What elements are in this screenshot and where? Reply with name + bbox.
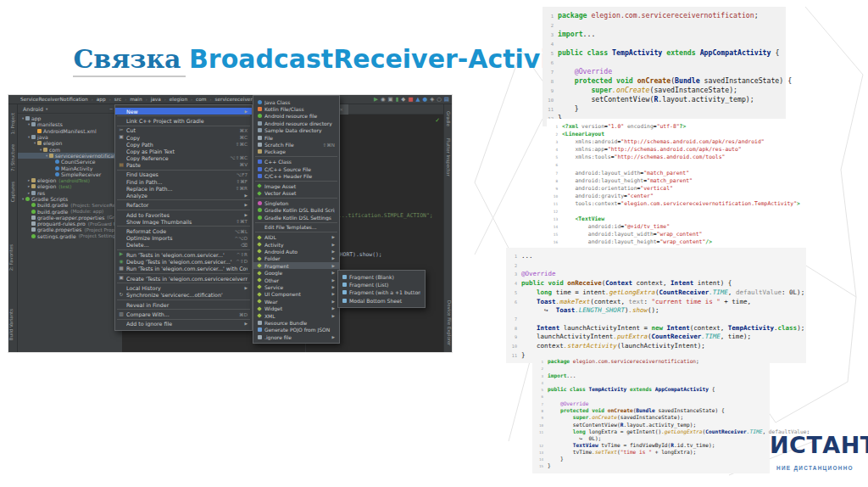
- menu-item[interactable]: ◉Debug 'Tests in 'elegion.com.servicer..…: [115, 258, 252, 265]
- menu-item[interactable]: Singleton: [253, 199, 339, 206]
- build-icon[interactable]: ▣: [388, 97, 393, 103]
- menu-item[interactable]: Fragment (List): [338, 281, 425, 288]
- tree-item[interactable]: ▸elegion(test): [18, 183, 122, 189]
- menu-item[interactable]: ▤Paste⌘V: [115, 161, 252, 168]
- menu-item[interactable]: AIDL▶: [253, 234, 339, 241]
- tree-item[interactable]: SimpleReceiver: [18, 171, 122, 177]
- menu-item[interactable]: Add to ignore file▶: [115, 321, 252, 327]
- tree-item[interactable]: ▾Gradle Scripts: [18, 196, 122, 202]
- layout-icon[interactable]: ◈: [430, 97, 434, 103]
- project-view-selector[interactable]: Android: [23, 106, 43, 112]
- tool-window-button[interactable]: Captures: [10, 182, 15, 202]
- menu-item[interactable]: Reformat Code⌥⌘L: [115, 228, 252, 235]
- menu-item[interactable]: Widget▶: [253, 305, 339, 311]
- menu-item[interactable]: C++ Class: [253, 159, 339, 165]
- menu-item[interactable]: New▶: [115, 108, 252, 115]
- menu-item[interactable]: File: [253, 134, 339, 141]
- menu-item[interactable]: Fragment (Blank): [338, 273, 425, 281]
- menu-item[interactable]: Kotlin File/Class: [253, 105, 339, 112]
- tool-window-button[interactable]: Build Variants: [8, 309, 17, 340]
- stop-icon[interactable]: ■: [408, 97, 413, 103]
- menu-item[interactable]: Find in Path...⇧⌘F: [115, 178, 252, 185]
- breadcrumb-item[interactable]: src: [114, 97, 121, 102]
- breadcrumb-item[interactable]: main: [130, 97, 142, 102]
- breadcrumb-item[interactable]: com: [196, 97, 206, 102]
- menu-item[interactable]: Local History▶: [115, 284, 252, 291]
- menu-item[interactable]: Sample Data directory: [253, 127, 339, 134]
- menu-item[interactable]: Fragment (with a +1 button): [338, 288, 425, 296]
- menu-item[interactable]: Reveal in Finder: [115, 301, 252, 308]
- menu-item[interactable]: Copy Reference⌥⇧⌘C: [115, 154, 252, 161]
- menu-item[interactable]: Gradle Kotlin DSL Build Script: [253, 207, 339, 214]
- tree-item[interactable]: settings.gradle(Project Settings): [18, 233, 122, 239]
- tree-item[interactable]: MainActivity: [18, 165, 122, 171]
- tree-item[interactable]: ▾app: [18, 115, 122, 121]
- menu-item[interactable]: Activity▶: [253, 241, 339, 248]
- menu-item[interactable]: Analyze▶: [115, 192, 252, 199]
- menu-item[interactable]: ✂Cut⌘X: [115, 127, 252, 134]
- tool-window-button[interactable]: Flutter Inspector: [446, 138, 451, 176]
- menu-item[interactable]: Package: [253, 148, 339, 155]
- menu-item[interactable]: Replace in Path...⇧⌘R: [115, 185, 252, 192]
- avd-icon[interactable]: ●: [423, 97, 428, 103]
- tool-window-button[interactable]: Gradle: [446, 111, 451, 126]
- menu-item[interactable]: ▣Copy⌘C: [115, 134, 252, 141]
- menu-item[interactable]: Folder▶: [253, 255, 339, 262]
- tool-window-button[interactable]: 1: Project: [10, 113, 15, 134]
- attach-icon[interactable]: ◉: [381, 97, 386, 103]
- tree-item[interactable]: gradle.properties(Project Proper: [18, 227, 122, 232]
- run-icon[interactable]: ▶: [374, 97, 378, 103]
- menu-item[interactable]: ▶Run 'Tests in 'elegion.com.servicer...'…: [115, 251, 252, 258]
- menu-item[interactable]: Scratch File⇧⌘N: [253, 141, 339, 148]
- tree-item[interactable]: ▸res: [18, 190, 122, 196]
- menu-item[interactable]: ↻Synchronize 'servicerec...otification': [115, 292, 252, 299]
- panel-icon[interactable]: ▤: [444, 97, 449, 103]
- menu-item[interactable]: XML▶: [253, 312, 339, 319]
- breadcrumb-item[interactable]: ServiceReceiverNotification: [20, 97, 88, 102]
- tool-window-button[interactable]: 2: Favorites: [8, 244, 17, 271]
- menu-item[interactable]: ▣Create 'Tests in 'elegion.com.servicere…: [115, 275, 252, 282]
- menu-item[interactable]: Find Usages⌥F7: [115, 171, 252, 178]
- tree-item[interactable]: gradle-wrapper.properties(Grad: [18, 215, 122, 221]
- menu-item[interactable]: ▥Compare With...⌘D: [115, 311, 252, 317]
- menu-item[interactable]: Edit File Templates...: [253, 224, 339, 231]
- menu-item[interactable]: UI Component▶: [253, 291, 339, 298]
- menu-item[interactable]: ▦Run 'Tests in 'elegion.com.servicer...'…: [115, 266, 252, 272]
- tree-item[interactable]: ▾java: [18, 134, 122, 140]
- profile-icon[interactable]: ▲: [416, 97, 420, 103]
- menu-item[interactable]: Copy as Plain Text: [115, 148, 252, 154]
- tree-item[interactable]: CountService: [18, 159, 122, 165]
- menu-item[interactable]: Show Image Thumbnails⇧⌘T: [115, 218, 252, 225]
- collapse-all-icon[interactable]: −: [109, 106, 114, 111]
- menu-item[interactable]: Modal Bottom Sheet: [338, 297, 425, 305]
- tree-item[interactable]: ▾com: [18, 146, 122, 152]
- tree-item[interactable]: build.gradle(Module: app): [18, 208, 122, 214]
- menu-item[interactable]: Vector Asset: [253, 189, 339, 196]
- menu-item[interactable]: Other▶: [253, 277, 339, 283]
- menu-item[interactable]: C/C++ Header File: [253, 172, 339, 179]
- menu-item[interactable]: Add to Favorites▶: [115, 211, 252, 218]
- menu-item[interactable]: Fragment▶: [253, 262, 339, 269]
- menu-item[interactable]: Java Class: [253, 98, 339, 105]
- search-icon[interactable]: ○: [437, 97, 442, 103]
- tree-item[interactable]: ▸elegion(androidTest): [18, 177, 122, 183]
- breadcrumb-item[interactable]: java: [151, 97, 161, 102]
- tree-item[interactable]: AndroidManifest.xml: [18, 128, 122, 134]
- menu-item[interactable]: Copy Path⇧⌘C: [115, 141, 252, 148]
- breadcrumb-item[interactable]: elegion: [170, 97, 187, 102]
- tree-item[interactable]: build.gradle(Project: ServiceRece: [18, 202, 122, 208]
- tree-item[interactable]: proguard-rules.pro(ProGuard R: [18, 221, 122, 227]
- menu-item[interactable]: Optimize Imports^⌥O: [115, 235, 252, 242]
- tool-window-button[interactable]: 7: Structure: [10, 144, 15, 171]
- menu-item[interactable]: Service▶: [253, 283, 339, 290]
- tool-window-button[interactable]: Device File Explorer: [444, 300, 452, 345]
- tree-item[interactable]: ▾elegion: [18, 140, 122, 146]
- menu-item[interactable]: Android resource directory: [253, 120, 339, 126]
- menu-item[interactable]: Gradle Kotlin DSL Settings: [253, 214, 339, 221]
- menu-item[interactable]: Refactor▶: [115, 202, 252, 209]
- menu-item[interactable]: Google▶: [253, 269, 339, 276]
- menu-item[interactable]: Resource Bundle: [253, 319, 339, 326]
- menu-item[interactable]: Link C++ Project with Gradle: [115, 117, 252, 124]
- tree-item[interactable]: ▾manifests: [18, 121, 122, 127]
- menu-item[interactable]: Delete...⌫: [115, 242, 252, 249]
